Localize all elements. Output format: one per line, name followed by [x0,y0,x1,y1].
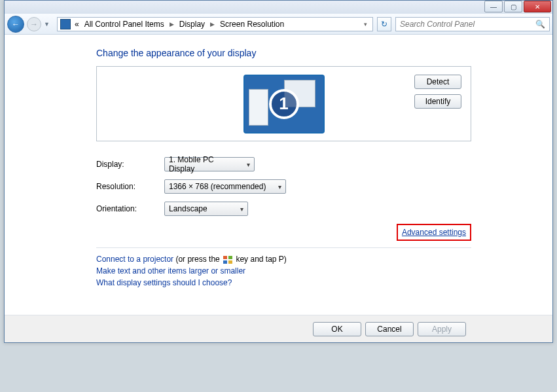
navigation-bar: ← → ▼ « All Control Panel Items ▶ Displa… [5,14,552,35]
forward-button[interactable]: → [27,17,41,31]
divider [96,247,471,248]
orientation-label: Orientation: [96,204,164,213]
address-dropdown-icon[interactable]: ▾ [361,21,370,27]
content-area: Change the appearance of your display 1 … [5,35,552,315]
breadcrumb-all-items[interactable]: All Control Panel Items [83,20,166,29]
close-button[interactable]: ✕ [524,1,551,12]
resolution-combobox[interactable]: 1366 × 768 (recommended) [164,179,286,194]
chevron-right-icon[interactable]: ▶ [168,21,175,27]
titlebar: — ▢ ✕ [5,1,552,14]
search-input[interactable] [400,20,535,29]
address-bar[interactable]: « All Control Panel Items ▶ Display ▶ Sc… [57,17,373,31]
ok-button[interactable]: OK [313,322,361,336]
display-combobox[interactable]: 1. Mobile PC Display [164,157,255,171]
nav-history-dropdown[interactable]: ▼ [44,21,52,27]
resolution-label: Resolution: [96,182,164,191]
detect-button[interactable]: Detect [414,75,461,89]
display-label: Display: [96,160,164,169]
advanced-settings-highlight: Advanced settings [397,224,471,241]
control-panel-window: — ▢ ✕ ← → ▼ « All Control Panel Items ▶ … [4,0,553,343]
orientation-combobox[interactable]: Landscape [164,202,248,216]
page-title: Change the appearance of your display [96,48,552,58]
windows-key-icon [223,256,232,264]
refresh-button[interactable]: ↻ [377,17,391,31]
search-box[interactable]: 🔍 [395,17,550,31]
refresh-icon: ↻ [381,20,387,29]
projector-hint-text-1: (or press the [173,255,222,264]
connect-projector-link[interactable]: Connect to a projector [96,255,173,264]
advanced-settings-link[interactable]: Advanced settings [402,228,466,237]
settings-grid: Display: 1. Mobile PC Display Resolution… [96,157,471,216]
display-help-link[interactable]: What display settings should I choose? [96,278,232,287]
cancel-button[interactable]: Cancel [365,322,414,336]
maximize-button[interactable]: ▢ [504,1,522,12]
breadcrumb-display[interactable]: Display [178,20,206,29]
chevron-right-icon[interactable]: ▶ [209,21,216,27]
control-panel-icon [60,19,71,29]
breadcrumb-screen-resolution[interactable]: Screen Resolution [219,20,285,29]
footer-buttons: OK Cancel Apply [5,315,552,342]
apply-button[interactable]: Apply [418,322,466,336]
display-preview-box: 1 Detect Identify [96,66,471,141]
text-size-link[interactable]: Make text and other items larger or smal… [96,266,245,276]
monitor-thumbnail[interactable]: 1 [243,75,325,134]
window-controls: — ▢ ✕ [484,1,552,12]
minimize-button[interactable]: — [484,1,503,12]
search-icon[interactable]: 🔍 [535,20,545,29]
monitor-number-badge: 1 [269,89,299,119]
identify-button[interactable]: Identify [414,94,461,109]
back-button[interactable]: ← [7,16,24,33]
breadcrumb-back-chevron[interactable]: « [73,20,81,29]
projector-hint-text-2: key and tap P) [234,255,287,264]
